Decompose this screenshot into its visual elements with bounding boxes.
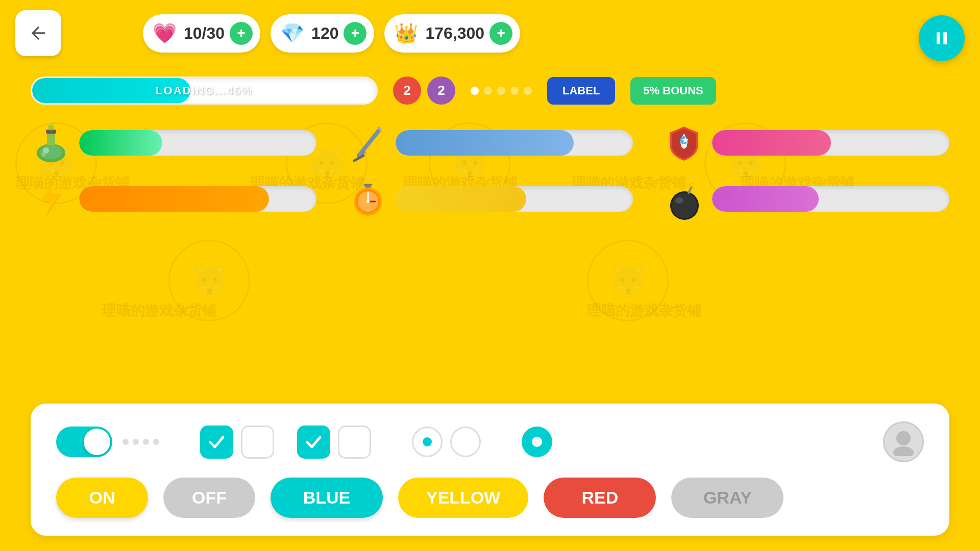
checkmark-icon-1 [208,433,226,451]
coins-stat: 👑 176,300 + [384,14,520,53]
gem-icon: 💎 [278,19,306,47]
toggle-dot-4 [153,439,159,445]
bonus-button[interactable]: 5% BOUNS [630,77,716,105]
toggle-switch-on[interactable] [56,427,112,457]
shield-icon-svg: ★ [665,122,703,163]
coins-value: 176,300 [425,24,484,43]
gems-add-button[interactable]: + [344,22,366,45]
badge-group: 2 2 [393,77,455,105]
radio-group-1 [412,427,481,457]
bomb-bar-track [712,186,949,212]
loading-text: LOADING...46% [156,84,253,97]
heart-icon: 💗 [151,19,179,47]
wolf-decoration-5: 🐺 [168,240,250,321]
timer-bar-track [396,186,633,212]
radio-inner [532,437,542,447]
health-bar-track [79,130,316,156]
attack-bar-track [396,130,633,156]
svg-marker-16 [41,181,60,216]
timer-icon-svg [349,179,387,219]
bottom-panel: ON OFF BLUE YELLOW RED GRAY [31,404,949,536]
shield-bar-track [712,130,949,156]
svg-line-28 [689,187,692,193]
bomb-icon-svg [665,178,703,221]
svg-point-22 [366,200,370,203]
off-button[interactable]: OFF [163,478,255,518]
radio-empty-1[interactable] [450,427,481,457]
coin-icon: 👑 [392,19,420,47]
radio-dot-inner [423,437,432,446]
dot-5[interactable] [524,87,532,95]
bar-row-timer [347,179,633,219]
button-row: ON OFF BLUE YELLOW RED GRAY [56,478,924,518]
watermark-7: 理喵的游戏杂货铺 [587,301,701,320]
radio-group-2 [522,427,552,457]
header: 💗 10/30 + 💎 120 + 👑 176,300 + [0,10,980,56]
loading-area: LOADING...46% 2 2 LABEL 5% BOUNS [31,77,949,105]
wolf-decoration-6: 🐺 [587,240,669,321]
toggle-knob [84,429,110,455]
svg-point-27 [675,197,683,204]
radio-filled-large[interactable] [522,427,552,457]
svg-text:★: ★ [682,136,689,144]
attack-bar-fill [396,130,574,156]
bomb-bar-fill [712,186,819,212]
back-button[interactable] [15,10,61,56]
page-dots [471,87,532,95]
dot-3[interactable] [497,87,505,95]
svg-point-6 [48,124,54,131]
dot-1[interactable] [471,87,479,95]
pause-icon [932,28,952,48]
controls-row [56,421,924,462]
on-button[interactable]: ON [56,478,148,518]
hearts-value: 10/30 [184,24,225,43]
svg-point-31 [896,431,911,445]
badge-purple: 2 [427,77,455,105]
badge-red: 2 [393,77,421,105]
bar-row-lightning [31,179,316,219]
shield-icon: ★ [664,122,704,163]
health-bar-fill [79,130,162,156]
bar-row-bomb [664,179,949,219]
coins-add-button[interactable]: + [489,22,512,45]
svg-rect-24 [364,184,372,186]
red-button[interactable]: RED [544,478,656,518]
toggle-dot-2 [133,439,139,445]
hearts-stat: 💗 10/30 + [143,14,260,53]
checkbox-2-checked[interactable] [297,425,330,459]
svg-point-26 [672,193,697,218]
svg-point-30 [691,184,694,187]
radio-dot-small[interactable] [412,427,443,457]
hearts-add-button[interactable]: + [230,22,253,45]
pause-button[interactable] [919,15,965,61]
yellow-button[interactable]: YELLOW [398,478,528,518]
lightning-icon [31,179,71,219]
svg-point-32 [893,446,914,456]
checkbox-group [200,425,371,459]
loading-bar: LOADING...46% [31,77,378,105]
lightning-icon-svg [33,179,69,219]
svg-rect-1 [47,133,55,145]
checkbox-1-checked[interactable] [200,425,233,459]
avatar [883,421,924,462]
dot-2[interactable] [484,87,492,95]
blue-button[interactable]: BLUE [271,478,383,518]
timer-icon [347,179,388,219]
checkbox-1-unchecked[interactable] [241,425,274,459]
checkmark-icon-2 [305,433,323,451]
svg-point-4 [41,153,45,157]
bomb-icon [664,179,704,219]
bar-row-shield: ★ [664,122,949,163]
lightning-bar-fill [79,186,269,212]
avatar-icon [890,428,918,456]
svg-line-11 [360,131,378,155]
dot-4[interactable] [510,87,519,95]
gray-button[interactable]: GRAY [671,478,783,518]
lightning-bar-track [79,186,316,212]
label-button[interactable]: LABEL [547,77,615,105]
timer-bar-fill [396,186,526,212]
toggle-dot-1 [122,439,129,445]
bar-row-attack [347,122,633,163]
attack-icon [347,122,388,163]
checkbox-2-unchecked[interactable] [338,425,371,459]
